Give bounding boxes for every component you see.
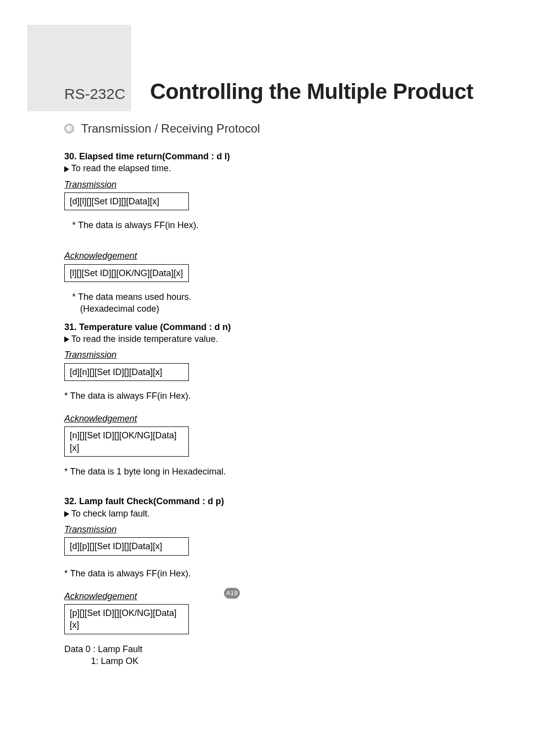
ack-label: Acknowledgement (64, 590, 470, 602)
command-desc: To read the inside temperature value. (64, 333, 470, 345)
bullet-icon (64, 124, 74, 134)
ack-box: [p][][Set ID][][OK/NG][Data][x] (64, 604, 189, 634)
content-area: 30. Elapsed time return(Command : d l) T… (64, 147, 470, 667)
arrow-icon (64, 511, 69, 517)
ack-data-line2: 1: Lamp OK (91, 655, 470, 667)
ack-label: Acknowledgement (64, 413, 470, 425)
header-title: Controlling the Multiple Product (150, 79, 473, 104)
tx-note: * The data is always FF(in Hex). (64, 390, 470, 402)
transmission-box: [d][l][][Set ID][][Data][x] (64, 192, 189, 210)
ack-label: Acknowledgement (64, 250, 470, 262)
ack-note-line2: (Hexadecimal code) (80, 303, 470, 315)
transmission-label: Transmission (64, 349, 470, 361)
transmission-label: Transmission (64, 179, 470, 190)
section-header: Transmission / Receiving Protocol (64, 122, 260, 136)
tx-note: * The data is always FF(in Hex). (72, 219, 470, 231)
arrow-icon (64, 336, 69, 342)
command-title: 31. Temperature value (Command : d n) (64, 321, 470, 333)
ack-note: * The data is 1 byte long in Hexadecimal… (64, 466, 470, 477)
page-number: A19 (224, 588, 240, 599)
command-desc-text: To read the inside temperature value. (71, 334, 218, 344)
command-title: 32. Lamp fault Check(Command : d p) (64, 495, 470, 507)
ack-data: Data 0 : Lamp Fault (64, 643, 470, 655)
header-prefix: RS-232C (64, 86, 125, 102)
command-desc: To read the elapsed time. (64, 162, 470, 174)
arrow-icon (64, 166, 69, 172)
ack-box: [n][][Set ID][][OK/NG][Data][x] (64, 426, 189, 457)
page-header: RS-232C Controlling the Multiple Product (64, 79, 473, 104)
command-desc-text: To check lamp fault. (71, 509, 150, 519)
section-title: Transmission / Receiving Protocol (81, 122, 260, 136)
transmission-box: [d][p][][Set ID][][Data][x] (64, 537, 189, 555)
ack-box: [l][][Set ID][][OK/NG][Data][x] (64, 264, 189, 282)
command-title: 30. Elapsed time return(Command : d l) (64, 150, 470, 162)
transmission-label: Transmission (64, 523, 470, 535)
command-desc-text: To read the elapsed time. (71, 163, 171, 173)
transmission-box: [d][n][][Set ID][][Data][x] (64, 363, 189, 381)
tx-note: * The data is always FF(in Hex). (64, 567, 470, 579)
ack-note: * The data means used hours. (72, 291, 470, 303)
command-desc: To check lamp fault. (64, 508, 470, 520)
